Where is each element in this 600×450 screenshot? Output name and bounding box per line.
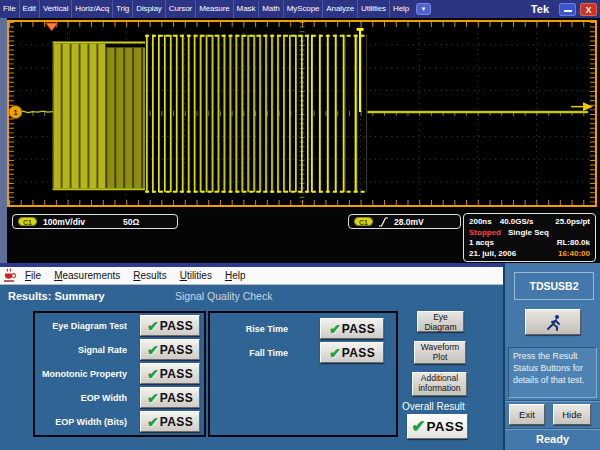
scope-menu-myscope[interactable]: MyScope [284, 0, 324, 18]
scope-menu-math[interactable]: Math [259, 0, 283, 18]
close-button[interactable]: X [580, 3, 597, 16]
result-status: PASS [160, 391, 193, 405]
trigger-level-arrow-icon[interactable] [571, 102, 593, 111]
acq-state: Stopped [469, 228, 501, 237]
trigger-readout[interactable]: C1 28.0mV [348, 214, 461, 229]
test-label: Rise Time [210, 324, 288, 334]
results-summary-view: Results: Summary Signal Quality Check Ey… [0, 285, 503, 450]
app-menu-file[interactable]: File [25, 270, 41, 281]
result-button-signal-rate[interactable]: ✔ PASS [140, 339, 200, 360]
check-icon: ✔ [147, 391, 159, 405]
divider [505, 400, 600, 402]
acquisition-readout: 200ns 40.0GS/s 25.0ps/pt Stopped Single … [463, 213, 596, 262]
scope-menu-analyze[interactable]: Analyze [323, 0, 358, 18]
result-button-monotonic-property[interactable]: ✔ PASS [140, 363, 200, 384]
menu-overflow-chevron-icon[interactable]: ▼ [416, 3, 431, 15]
scope-menu-help[interactable]: Help [390, 0, 412, 18]
running-man-icon [545, 314, 562, 331]
minimize-button[interactable] [559, 3, 576, 16]
scope-menu-mask[interactable]: Mask [234, 0, 260, 18]
channel-1-marker[interactable]: 1 [9, 106, 22, 119]
minimize-icon [564, 10, 572, 12]
check-icon: ✔ [329, 346, 341, 360]
scope-menu-file[interactable]: File [0, 0, 20, 18]
test-row: Fall Time ✔ PASS [210, 342, 396, 363]
date: 21. juli, 2006 [469, 249, 516, 258]
test-row: Eye Diagram Test ✔ PASS [39, 315, 200, 336]
scope-menu-horiz-acq[interactable]: Horiz/Acq [72, 0, 113, 18]
trigger-level: 28.0mV [394, 217, 424, 227]
result-status: PASS [160, 415, 193, 429]
tdsusb2-control-panel: TDSUSB2 Press the Result Status Buttons … [503, 263, 600, 450]
scope-display-area: 1 C1 100mV/div 50Ω C1 28.0mV 200ns 40.0G… [0, 18, 600, 263]
right-test-panel: Rise Time ✔ PASS Fall Time ✔ PASS [208, 311, 398, 437]
app-menubar: File Measurements Results Utilities Help [0, 267, 503, 285]
app-title: TDSUSB2 [514, 272, 594, 300]
test-row: Signal Rate ✔ PASS [39, 339, 200, 360]
channel-badge: C1 [18, 217, 37, 226]
test-label: Monotonic Property [39, 369, 127, 379]
svg-text:1: 1 [13, 108, 18, 117]
result-status: PASS [342, 322, 375, 336]
test-type-label: Signal Quality Check [175, 290, 272, 302]
result-button-eop-width-bits[interactable]: ✔ PASS [140, 411, 200, 432]
trigger-source-badge: C1 [354, 217, 373, 226]
scope-titlebar: File Edit Vertical Horiz/Acq Trig Displa… [0, 0, 600, 18]
impedance: 50Ω [123, 217, 139, 227]
check-icon: ✔ [147, 319, 159, 333]
waveform-plot: 1 [9, 22, 595, 205]
scope-menu-utilities[interactable]: Utilities [358, 0, 390, 18]
result-button-eop-width[interactable]: ✔ PASS [140, 387, 200, 408]
result-status: PASS [342, 346, 375, 360]
channel1-trace [13, 28, 588, 192]
scope-menu-measure[interactable]: Measure [196, 0, 233, 18]
oscilloscope-screen: File Edit Vertical Horiz/Acq Trig Displa… [0, 0, 600, 450]
app-menu-measurements[interactable]: Measurements [54, 270, 120, 281]
desktop-edge-strip [0, 18, 7, 263]
check-icon: ✔ [329, 322, 341, 336]
result-status: PASS [160, 319, 193, 333]
scope-menu-display[interactable]: Display [133, 0, 166, 18]
additional-information-button[interactable]: Additional information [412, 372, 467, 396]
status-hint-text: Press the Result Status Buttons for deta… [508, 347, 597, 398]
hide-button[interactable]: Hide [553, 404, 591, 425]
app-menu-help[interactable]: Help [225, 270, 246, 281]
tek-logo: Tek [531, 3, 549, 15]
run-test-button[interactable] [525, 309, 581, 335]
test-row: Monotonic Property ✔ PASS [39, 363, 200, 384]
test-label: EOP Width [39, 393, 127, 403]
exit-button[interactable]: Exit [509, 404, 545, 425]
app-menu-results[interactable]: Results [133, 270, 166, 281]
scope-menu-vertical[interactable]: Vertical [40, 0, 72, 18]
test-label: EOP Width (Bits) [39, 417, 127, 427]
channel-readout[interactable]: C1 100mV/div 50Ω [12, 214, 178, 229]
check-icon: ✔ [147, 343, 159, 357]
rising-edge-slope-icon [378, 216, 390, 228]
timebase: 200ns [469, 217, 492, 226]
page-title: Results: Summary [8, 290, 105, 302]
eye-diagram-button[interactable]: Eye Diagram [417, 311, 464, 332]
acq-count: 1 acqs [469, 238, 494, 247]
left-test-panel: Eye Diagram Test ✔ PASS Signal Rate ✔ PA… [33, 311, 206, 437]
vertical-scale: 100mV/div [43, 217, 85, 227]
acq-mode: Single Seq [508, 228, 549, 237]
test-row: Rise Time ✔ PASS [210, 318, 396, 339]
result-button-eye-diagram-test[interactable]: ✔ PASS [140, 315, 200, 336]
scope-menu-cursor[interactable]: Cursor [166, 0, 196, 18]
java-cup-icon [3, 268, 17, 283]
app-menu-utilities[interactable]: Utilities [180, 270, 212, 281]
scope-menu-trig[interactable]: Trig [113, 0, 133, 18]
time: 16:40:00 [558, 249, 590, 258]
record-length: RL:80.0k [557, 238, 590, 247]
sample-rate: 40.0GS/s [500, 217, 534, 226]
test-label: Eye Diagram Test [39, 321, 127, 331]
waveform-plot-button[interactable]: Waveform Plot [414, 341, 466, 364]
result-button-rise-time[interactable]: ✔ PASS [320, 318, 384, 339]
test-label: Signal Rate [39, 345, 127, 355]
result-button-fall-time[interactable]: ✔ PASS [320, 342, 384, 363]
overall-result-button[interactable]: ✔ PASS [407, 414, 468, 439]
scope-menu-edit[interactable]: Edit [20, 0, 40, 18]
divider [505, 428, 600, 430]
test-row: EOP Width ✔ PASS [39, 387, 200, 408]
result-status: PASS [160, 343, 193, 357]
